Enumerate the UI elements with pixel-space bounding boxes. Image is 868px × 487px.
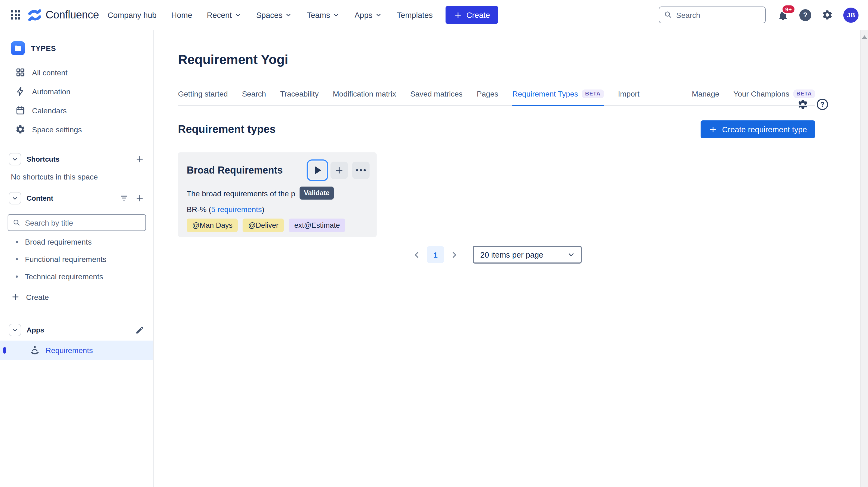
user-avatar[interactable]: JB: [843, 7, 859, 23]
page-item-functional-requirements[interactable]: Functional requirements: [0, 251, 153, 268]
space-icon: [11, 41, 25, 55]
add-content-button[interactable]: [135, 194, 144, 203]
tab-bar: Getting started Search Traceability Modi…: [178, 86, 815, 106]
previous-page-button[interactable]: [411, 249, 422, 260]
plus-icon: [334, 165, 344, 175]
nav-teams[interactable]: Teams: [307, 10, 340, 19]
shortcuts-empty-text: No shortcuts in this space: [0, 170, 153, 181]
confluence-logo[interactable]: Confluence: [28, 8, 99, 22]
nav-recent[interactable]: Recent: [207, 10, 242, 19]
space-header[interactable]: TYPES: [0, 38, 153, 59]
tab-requirement-types[interactable]: Requirement Types BETA: [512, 90, 604, 105]
page-item-technical-requirements[interactable]: Technical requirements: [0, 268, 153, 285]
validate-button[interactable]: [309, 162, 326, 179]
ellipsis-icon: [355, 169, 366, 171]
tab-modification-matrix[interactable]: Modification matrix: [333, 90, 396, 105]
tab-search[interactable]: Search: [242, 90, 266, 105]
tab-getting-started[interactable]: Getting started: [178, 90, 228, 105]
global-search: [659, 6, 766, 23]
logo-wordmark: Confluence: [45, 9, 99, 21]
tab-traceability[interactable]: Traceability: [280, 90, 318, 105]
pagination: 1 20 items per page: [178, 246, 815, 264]
tag-man-days[interactable]: @Man Days: [187, 219, 238, 232]
chevron-left-icon: [412, 250, 422, 260]
settings-button[interactable]: [822, 9, 833, 21]
nav-spaces[interactable]: Spaces: [256, 10, 292, 19]
card-title: Broad Requirements: [187, 165, 283, 176]
confluence-app: Confluence Company hub Home Recent Space…: [0, 0, 868, 487]
app-help-button[interactable]: ?: [817, 99, 828, 110]
shortcuts-section-header: Shortcuts: [0, 149, 153, 170]
plus-icon: [135, 155, 144, 164]
next-page-button[interactable]: [449, 249, 460, 260]
edit-apps-button[interactable]: [135, 325, 144, 335]
sidebar-item-automation[interactable]: Automation: [0, 82, 153, 101]
more-actions-button[interactable]: [352, 162, 370, 179]
content-section-header: Content: [0, 188, 153, 209]
sidebar-item-all-content[interactable]: All content: [0, 63, 153, 82]
sidebar-item-requirements[interactable]: Requirements: [0, 340, 153, 360]
tag-ext-estimate[interactable]: ext@Estimate: [289, 219, 345, 232]
top-bar: Confluence Company hub Home Recent Space…: [0, 0, 868, 30]
plus-icon: [454, 10, 463, 19]
chevron-right-icon: [449, 250, 459, 260]
tab-manage[interactable]: Manage: [692, 90, 719, 105]
calendar-icon: [15, 105, 26, 116]
search-by-title-input[interactable]: [8, 214, 146, 231]
plus-icon: [11, 292, 20, 301]
sidebar-item-calendars[interactable]: Calendars: [0, 101, 153, 120]
sidebar-create-button[interactable]: Create: [0, 287, 153, 306]
apps-section-header: Apps: [0, 319, 153, 340]
nav-home[interactable]: Home: [171, 10, 192, 19]
beta-badge: BETA: [582, 90, 604, 98]
apps-title: Apps: [27, 326, 130, 334]
chevron-down-icon: [333, 11, 340, 19]
nav-templates[interactable]: Templates: [397, 10, 433, 19]
card-description: The broad requirements of the p: [187, 189, 295, 198]
grid-icon: [15, 67, 26, 77]
scrollbar[interactable]: [860, 30, 868, 487]
tab-pages[interactable]: Pages: [477, 90, 498, 105]
play-icon: [315, 166, 321, 174]
requirements-count-link[interactable]: 5 requirements: [211, 205, 262, 214]
page-size-select[interactable]: 20 items per page: [473, 246, 582, 264]
add-shortcut-button[interactable]: [135, 155, 144, 164]
grid-icon: [11, 10, 20, 20]
sidebar-item-space-settings[interactable]: Space settings: [0, 120, 153, 139]
app-switcher-icon[interactable]: [6, 6, 24, 24]
shortcuts-collapse-button[interactable]: [9, 153, 21, 165]
sidebar: TYPES All content Automation Calendars: [0, 30, 154, 487]
chevron-down-icon: [11, 195, 19, 202]
search-icon: [664, 10, 672, 19]
page-number-button[interactable]: 1: [427, 246, 444, 263]
filter-icon: [119, 194, 129, 203]
notifications-button[interactable]: 9+: [777, 9, 789, 21]
nav-apps[interactable]: Apps: [354, 10, 382, 19]
chevron-down-icon: [567, 251, 575, 259]
tag-deliver[interactable]: @Deliver: [243, 219, 284, 232]
yoga-icon: [29, 345, 40, 356]
help-button[interactable]: ?: [799, 9, 811, 21]
add-requirement-button[interactable]: [331, 162, 348, 179]
search-icon: [12, 219, 21, 227]
content-search: [8, 214, 146, 231]
tab-saved-matrices[interactable]: Saved matrices: [410, 90, 463, 105]
requirement-type-card: Broad Requirements The broad requirement…: [178, 152, 377, 237]
tab-your-champions[interactable]: Your Champions BETA: [734, 90, 815, 105]
card-key-line: BR-% (5 requirements): [187, 205, 264, 214]
apps-collapse-button[interactable]: [9, 324, 21, 336]
search-input[interactable]: [659, 6, 766, 23]
gear-icon: [822, 9, 833, 21]
create-requirement-type-button[interactable]: Create requirement type: [700, 120, 815, 138]
global-create-button[interactable]: Create: [446, 6, 498, 24]
card-tags: @Man Days @Deliver ext@Estimate: [187, 219, 345, 232]
scroll-up-icon[interactable]: [862, 35, 867, 39]
content-collapse-button[interactable]: [9, 192, 21, 204]
tab-import[interactable]: Import: [618, 90, 640, 105]
page-item-broad-requirements[interactable]: Broad requirements: [0, 233, 153, 251]
nav-company-hub[interactable]: Company hub: [107, 10, 157, 19]
shortcuts-title: Shortcuts: [27, 155, 130, 163]
filter-content-button[interactable]: [119, 194, 129, 203]
chevron-down-icon: [285, 11, 292, 19]
gear-icon: [15, 124, 26, 134]
